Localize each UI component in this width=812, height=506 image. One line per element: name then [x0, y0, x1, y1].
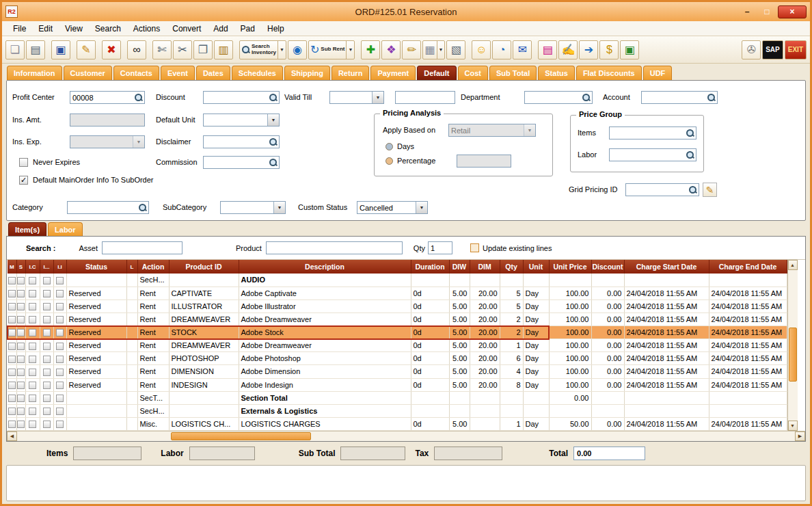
memo-button[interactable]: ✏ — [402, 40, 421, 59]
profit-center-input[interactable] — [70, 94, 134, 102]
row-checkbox[interactable] — [17, 356, 25, 363]
labels-button[interactable]: ▦▼ — [422, 40, 445, 59]
row-checkbox[interactable] — [17, 343, 25, 350]
vertical-scroll-thumb[interactable] — [789, 328, 797, 382]
scroll-down-icon[interactable]: ▼ — [788, 421, 798, 431]
discount-search-icon[interactable] — [269, 93, 278, 102]
search-inventory-button[interactable]: Search Inventory▼ — [239, 40, 286, 59]
row-checkbox[interactable] — [43, 303, 51, 310]
delete-button[interactable]: ✖ — [102, 40, 121, 59]
table-row[interactable]: ReservedRentCAPTIVATEAdobe Captivate0d5.… — [8, 287, 787, 299]
table-row[interactable]: ReservedRentPHOTOSHOPAdobe Photoshop0d5.… — [8, 352, 787, 365]
item-tab-item-s[interactable]: Item(s) — [8, 222, 46, 236]
horizontal-scroll-track[interactable] — [17, 431, 795, 441]
feedback-button[interactable]: ☺ — [472, 40, 491, 59]
column-header-description[interactable]: Description — [239, 260, 411, 274]
tab-udf[interactable]: UDF — [643, 66, 673, 80]
history-button[interactable]: ◔ — [492, 40, 511, 59]
table-row[interactable]: SecT...Section Total0.00 — [8, 391, 787, 404]
add-line-button[interactable]: ✚ — [361, 40, 380, 59]
row-checkbox[interactable] — [8, 316, 16, 323]
row-checkbox[interactable] — [17, 277, 25, 284]
column-header-diw[interactable]: DIW — [449, 260, 470, 274]
table-row[interactable]: ReservedRentDREAMWEAVERAdobe Dreamweaver… — [8, 339, 787, 352]
vertical-scroll-track[interactable] — [788, 270, 798, 421]
row-checkbox[interactable] — [56, 343, 64, 350]
update-existing-checkbox[interactable] — [470, 243, 479, 252]
sub-rent-button[interactable]: ↻Sub Rent▼ — [308, 40, 355, 59]
never-expires-checkbox[interactable] — [19, 158, 28, 167]
row-checkbox[interactable] — [43, 369, 51, 376]
days-radio[interactable] — [385, 143, 393, 150]
column-header-i-i[interactable]: I.I — [53, 260, 66, 274]
grid-pricing-id-search-icon[interactable] — [688, 185, 697, 194]
category-input[interactable] — [68, 204, 138, 212]
column-header-i-c[interactable]: I.C — [25, 260, 40, 274]
row-checkbox[interactable] — [17, 382, 25, 389]
product-input[interactable] — [266, 241, 403, 254]
availability-button[interactable]: ◉ — [288, 40, 307, 59]
tab-payment[interactable]: Payment — [370, 66, 416, 80]
row-checkbox[interactable] — [29, 382, 36, 389]
column-header-qty[interactable]: Qty — [500, 260, 523, 274]
row-checkbox[interactable] — [56, 421, 64, 428]
valid-till-combo[interactable]: ▼ — [329, 91, 384, 104]
department-field[interactable] — [524, 91, 593, 104]
discount-input[interactable] — [204, 94, 269, 102]
percentage-radio[interactable] — [385, 157, 393, 165]
cut-button[interactable]: ✂ — [173, 40, 192, 59]
table-row[interactable]: SecH...AUDIO — [8, 274, 787, 287]
row-checkbox[interactable] — [17, 329, 25, 336]
disclaimer-search-icon[interactable] — [269, 137, 278, 146]
column-header-s[interactable]: S — [16, 260, 25, 274]
row-checkbox[interactable] — [43, 277, 51, 284]
chevron-down-icon[interactable]: ▼ — [278, 41, 284, 59]
tab-flat-discounts[interactable]: Flat Discounts — [576, 66, 642, 80]
vertical-scrollbar[interactable]: ▲ ▼ — [787, 260, 798, 431]
commission-field[interactable] — [203, 156, 280, 169]
column-header-discount[interactable]: Discount — [591, 260, 624, 274]
asset-input[interactable] — [102, 241, 182, 254]
row-checkbox[interactable] — [56, 290, 64, 297]
menu-item-help[interactable]: Help — [262, 23, 290, 35]
row-checkbox[interactable] — [43, 395, 51, 402]
menu-item-file[interactable]: File — [8, 23, 31, 35]
row-checkbox[interactable] — [56, 382, 64, 389]
account-input[interactable] — [642, 94, 707, 102]
copy-button[interactable]: ❐ — [193, 40, 213, 59]
department-search-icon[interactable] — [582, 93, 591, 102]
row-checkbox[interactable] — [56, 277, 64, 284]
report-button[interactable]: ▧ — [446, 40, 465, 59]
export-button[interactable]: ➔ — [579, 40, 598, 59]
edit-button[interactable]: ✎ — [77, 40, 96, 59]
row-checkbox[interactable] — [17, 421, 25, 428]
exit-button[interactable]: EXIT — [785, 40, 807, 59]
column-header-charge-start[interactable]: Charge Start Date — [624, 260, 709, 274]
row-checkbox[interactable] — [17, 369, 25, 376]
chevron-down-icon[interactable]: ▼ — [273, 202, 285, 213]
row-checkbox[interactable] — [56, 329, 64, 336]
table-row[interactable]: ReservedRentINDESIGNAdobe Indesign0d5.00… — [8, 378, 787, 391]
column-header-status[interactable]: Status — [66, 260, 126, 274]
design-button[interactable]: ✇ — [742, 40, 761, 59]
valid-till-time-field[interactable] — [395, 91, 455, 104]
profit-center-field[interactable] — [70, 91, 145, 104]
tab-default[interactable]: Default — [417, 66, 456, 80]
default-unit-combo[interactable]: ▼ — [203, 114, 280, 126]
row-checkbox[interactable] — [29, 395, 36, 402]
email-button[interactable]: ✉ — [513, 40, 532, 59]
qty-input[interactable] — [428, 241, 452, 254]
column-header-unit-price[interactable]: Unit Price — [549, 260, 591, 274]
tab-return[interactable]: Return — [331, 66, 369, 80]
row-checkbox[interactable] — [43, 356, 51, 363]
row-checkbox[interactable] — [8, 382, 16, 389]
tab-contacts[interactable]: Contacts — [113, 66, 159, 80]
commission-input[interactable] — [204, 159, 269, 167]
row-checkbox[interactable] — [43, 290, 51, 297]
catalog-button[interactable]: ▤ — [538, 40, 557, 59]
horizontal-scroll-thumb[interactable] — [171, 432, 311, 440]
disclaimer-input[interactable] — [204, 138, 269, 146]
valid-till-time-input[interactable] — [396, 94, 453, 102]
find-button[interactable]: ∞ — [127, 40, 146, 59]
row-checkbox[interactable] — [29, 356, 36, 363]
